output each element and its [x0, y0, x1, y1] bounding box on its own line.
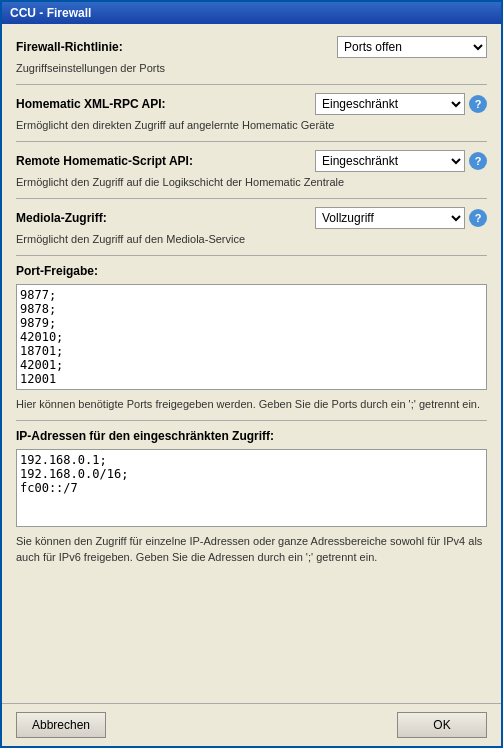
script-row: Remote Homematic-Script API: Eingeschrän…	[16, 150, 487, 172]
port-freigabe-textarea[interactable]	[16, 284, 487, 390]
title-bar: CCU - Firewall	[2, 2, 501, 24]
mediola-select[interactable]: Vollzugriff Eingeschränkt Gesperrt	[315, 207, 465, 229]
port-freigabe-label: Port-Freigabe:	[16, 264, 487, 278]
mediola-row: Mediola-Zugriff: Vollzugriff Eingeschrän…	[16, 207, 487, 229]
script-help-icon[interactable]: ?	[469, 152, 487, 170]
xmlrpc-label: Homematic XML-RPC API:	[16, 97, 166, 111]
firewall-label: Firewall-Richtlinie:	[16, 40, 123, 54]
footer: Abbrechen OK	[2, 703, 501, 746]
window: CCU - Firewall Firewall-Richtlinie: Port…	[0, 0, 503, 748]
ip-addresses-label: IP-Adressen für den eingeschränkten Zugr…	[16, 429, 487, 443]
firewall-row: Firewall-Richtlinie: Ports offen Eingesc…	[16, 36, 487, 58]
cancel-button[interactable]: Abbrechen	[16, 712, 106, 738]
ip-addresses-textarea[interactable]	[16, 449, 487, 527]
mediola-help-icon[interactable]: ?	[469, 209, 487, 227]
xmlrpc-description: Ermöglicht den direkten Zugriff auf ange…	[16, 119, 487, 131]
xmlrpc-help-icon[interactable]: ?	[469, 95, 487, 113]
firewall-select[interactable]: Ports offen Eingeschränkt Vollzugriff	[337, 36, 487, 58]
ok-button[interactable]: OK	[397, 712, 487, 738]
content-area: Firewall-Richtlinie: Ports offen Eingesc…	[2, 24, 501, 703]
ip-addresses-hint: Sie können den Zugriff für einzelne IP-A…	[16, 534, 487, 565]
script-description: Ermöglicht den Zugriff auf die Logikschi…	[16, 176, 487, 188]
port-freigabe-hint: Hier können benötigte Ports freigegeben …	[16, 397, 487, 412]
mediola-description: Ermöglicht den Zugriff auf den Mediola-S…	[16, 233, 487, 245]
script-label: Remote Homematic-Script API:	[16, 154, 193, 168]
window-title: CCU - Firewall	[10, 6, 91, 20]
mediola-label: Mediola-Zugriff:	[16, 211, 107, 225]
xmlrpc-select[interactable]: Eingeschränkt Vollzugriff Gesperrt	[315, 93, 465, 115]
script-select[interactable]: Eingeschränkt Vollzugriff Gesperrt	[315, 150, 465, 172]
firewall-description: Zugriffseinstellungen der Ports	[16, 62, 487, 74]
xmlrpc-row: Homematic XML-RPC API: Eingeschränkt Vol…	[16, 93, 487, 115]
